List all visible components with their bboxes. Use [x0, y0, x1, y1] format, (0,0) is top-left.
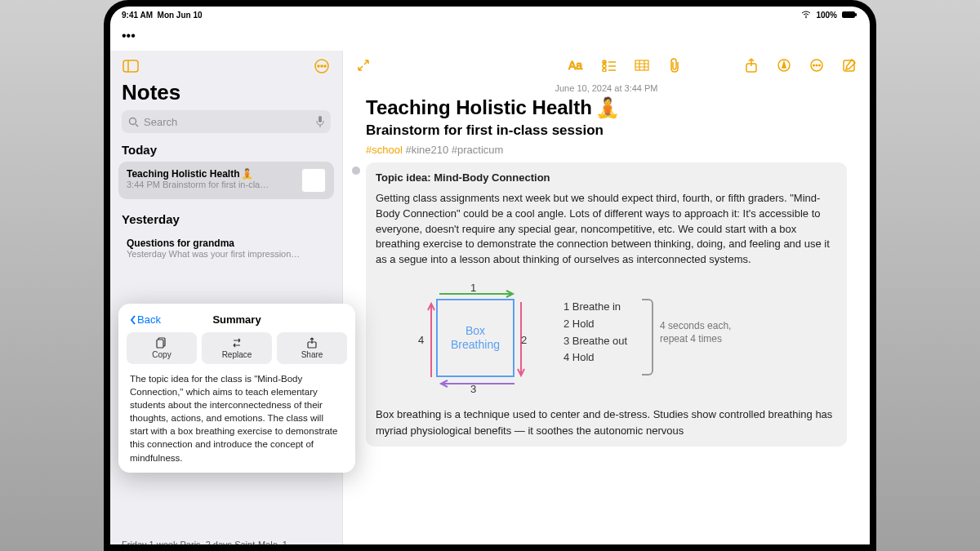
sketch-steps: 1 Breathe in 2 Hold 3 Breathe out 4 Hold	[564, 299, 627, 367]
svg-point-30	[813, 64, 815, 66]
note-heading[interactable]: Teaching Holistic Health🧘	[366, 96, 847, 119]
svg-point-19	[603, 64, 606, 68]
search-icon	[128, 117, 139, 127]
selection-handle[interactable]	[352, 167, 360, 175]
app-title: Notes	[110, 78, 342, 110]
svg-line-10	[136, 124, 138, 127]
share-button[interactable]: Share	[277, 332, 347, 364]
back-label: Back	[137, 313, 161, 326]
note-list-item[interactable]: Friday 1 week Paris, 2 days Saint-Malo, …	[122, 540, 331, 544]
note-block[interactable]: Topic idea: Mind-Body Connection Getting…	[366, 162, 847, 447]
summary-text: The topic idea for the class is "Mind-Bo…	[127, 372, 347, 464]
copy-icon	[156, 337, 167, 349]
bracket-icon	[642, 299, 653, 375]
note-list-item[interactable]: Teaching Holistic Health🧘 3:44 PM Brains…	[118, 162, 334, 199]
editor-toolbar: Aa	[343, 51, 870, 80]
svg-point-32	[819, 64, 821, 66]
sidebar: Notes Search Today Teaching Holistic Hea…	[110, 51, 343, 544]
attachment-icon[interactable]	[666, 56, 684, 74]
markup-icon[interactable]	[775, 56, 793, 74]
svg-rect-22	[635, 60, 648, 70]
note-thumbnail	[301, 168, 326, 193]
svg-rect-11	[318, 116, 322, 122]
svg-point-31	[816, 64, 817, 66]
replace-button[interactable]: Replace	[202, 332, 272, 364]
status-bar: 9:41 AM Mon Jun 10 100%	[110, 7, 870, 21]
share-label: Share	[301, 350, 323, 359]
replace-icon	[231, 337, 243, 349]
sketch-label: 4	[418, 333, 424, 349]
note-tags[interactable]: #school #kine210 #practicum	[366, 144, 847, 156]
svg-point-6	[318, 65, 319, 67]
note-date: June 10, 2024 at 3:44 PM	[343, 83, 870, 93]
multitask-dots-icon[interactable]: •••	[110, 21, 870, 51]
mic-icon[interactable]	[316, 116, 324, 127]
svg-point-9	[130, 118, 136, 124]
note-list-item[interactable]: Questions for grandma Yesterday What was…	[118, 231, 334, 265]
search-input[interactable]: Search	[122, 110, 331, 133]
note-subheading[interactable]: Brainstorm for first in-class session	[366, 122, 847, 139]
compose-icon[interactable]	[840, 56, 858, 74]
block-body: Getting class assignments next week but …	[376, 192, 830, 265]
text-format-icon[interactable]: Aa	[568, 56, 586, 74]
svg-point-8	[324, 65, 326, 67]
emoji-icon: 🧘	[595, 96, 620, 119]
sidebar-toggle-icon[interactable]	[122, 57, 140, 75]
svg-rect-1	[842, 11, 855, 18]
svg-point-0	[806, 17, 808, 19]
svg-rect-13	[157, 340, 163, 348]
emoji-icon: 🧘	[241, 168, 253, 180]
popover-title: Summary	[212, 313, 261, 326]
copy-label: Copy	[152, 350, 171, 359]
wifi-icon	[801, 11, 811, 19]
battery-level: 100%	[816, 11, 837, 20]
sketch-box: Box Breathing	[436, 299, 514, 377]
sketch-annotation: 4 seconds each, repeat 4 times	[660, 320, 731, 345]
summary-popover: Back Summary Copy Replace Share The topi…	[118, 304, 355, 473]
sketch-label: 3	[470, 382, 476, 398]
battery-icon	[842, 11, 858, 19]
back-button[interactable]: Back	[130, 313, 161, 326]
svg-rect-3	[123, 60, 138, 72]
note-subtitle: Yesterday What was your first impression…	[127, 249, 326, 259]
share-icon[interactable]	[742, 56, 760, 74]
svg-text:Aa: Aa	[568, 59, 582, 72]
copy-button[interactable]: Copy	[127, 332, 197, 364]
status-date: Mon Jun 10	[158, 11, 203, 20]
svg-rect-2	[855, 13, 857, 16]
sketch-area[interactable]: Box Breathing 1 2 3 4 1 Breathe in 2 Hol…	[376, 278, 837, 400]
section-today: Today	[110, 140, 342, 160]
svg-point-7	[321, 65, 323, 67]
note-subtitle: 3:44 PM Brainstorm for first in-cla…	[127, 180, 295, 189]
note-editor: Aa June 10, 2024 at 3:44 PM Teaching Hol…	[343, 51, 870, 544]
more-icon[interactable]	[808, 56, 826, 74]
block-title: Topic idea: Mind-Body Connection	[376, 171, 837, 186]
expand-icon[interactable]	[354, 56, 372, 74]
search-placeholder: Search	[144, 116, 177, 128]
chevron-left-icon	[130, 315, 136, 325]
section-yesterday: Yesterday	[110, 209, 342, 229]
checklist-icon[interactable]	[600, 56, 618, 74]
note-title: Questions for grandma	[127, 238, 234, 249]
share-icon	[306, 337, 318, 349]
table-icon[interactable]	[633, 56, 651, 74]
svg-point-21	[603, 69, 606, 72]
replace-label: Replace	[222, 350, 252, 359]
sketch-label: 2	[521, 333, 527, 349]
status-time: 9:41 AM	[122, 11, 153, 20]
more-options-icon[interactable]	[313, 57, 331, 75]
note-title: Teaching Holistic Health	[127, 168, 239, 180]
paragraph: Box breathing is a technique used to cen…	[376, 407, 837, 438]
sketch-label: 1	[470, 281, 476, 296]
